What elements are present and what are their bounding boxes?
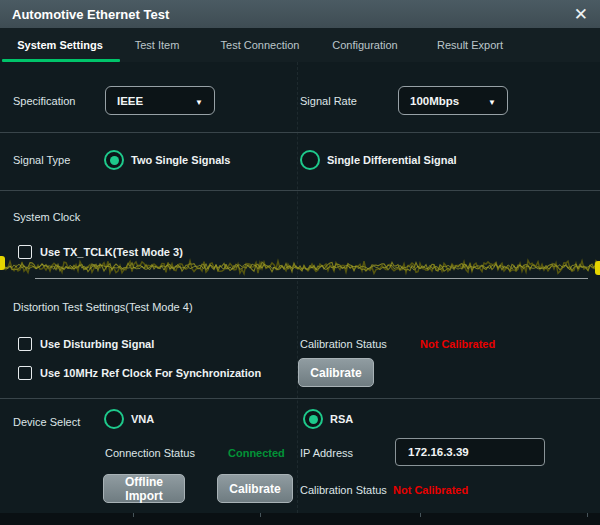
dialog-title: Automotive Ethernet Test [12, 7, 169, 22]
specification-label: Specification [13, 94, 75, 108]
system-clock-title: System Clock [13, 210, 80, 224]
tab-test-item[interactable]: Test Item [135, 28, 180, 62]
radio-single-differential-signal[interactable] [300, 150, 320, 170]
radio-rsa[interactable] [303, 409, 323, 429]
oscilloscope-waveform [0, 254, 600, 280]
section-divider [0, 132, 600, 133]
connection-status-value: Connected [228, 446, 285, 460]
section-divider [0, 398, 600, 399]
use-10mhz-ref-clock-label[interactable]: Use 10MHz Ref Clock For Synchronization [40, 366, 261, 380]
radio-two-single-signals-label[interactable]: Two Single Signals [131, 153, 230, 167]
use-disturbing-signal-label[interactable]: Use Disturbing Signal [40, 337, 154, 351]
tab-bar: System Settings Test Item Test Connectio… [0, 28, 600, 62]
radio-rsa-label[interactable]: RSA [330, 412, 353, 426]
waveform-baseline [35, 278, 588, 279]
connection-status-label: Connection Status [105, 446, 195, 460]
device-calibration-status-label: Calibration Status [300, 483, 387, 497]
use-10mhz-ref-clock-checkbox[interactable] [18, 366, 32, 380]
chevron-down-icon [195, 95, 203, 107]
distortion-title: Distortion Test Settings(Test Mode 4) [13, 300, 193, 314]
ip-address-input[interactable] [395, 438, 545, 466]
chevron-down-icon [488, 95, 496, 107]
active-tab-indicator [2, 59, 120, 62]
signal-rate-value: 100Mbps [410, 95, 459, 107]
specification-dropdown[interactable]: IEEE [105, 86, 215, 115]
distortion-calibration-status-label: Calibration Status [300, 337, 387, 351]
use-disturbing-signal-checkbox[interactable] [18, 337, 32, 351]
radio-two-single-signals[interactable] [104, 150, 124, 170]
tab-test-connection[interactable]: Test Connection [221, 28, 300, 62]
radio-vna-label[interactable]: VNA [131, 412, 154, 426]
signal-type-label: Signal Type [13, 153, 70, 167]
distortion-calibrate-button[interactable]: Calibrate [298, 358, 374, 387]
distortion-calibration-status-value: Not Calibrated [420, 337, 495, 351]
signal-rate-dropdown[interactable]: 100Mbps [398, 86, 508, 115]
title-bar: Automotive Ethernet Test ✕ [0, 0, 600, 28]
axis-tick [133, 513, 134, 517]
offline-import-button[interactable]: Offline Import [103, 474, 185, 503]
tab-system-settings[interactable]: System Settings [17, 28, 103, 62]
automotive-ethernet-test-dialog: Automotive Ethernet Test ✕ System Settin… [0, 0, 600, 525]
graticule-line [297, 62, 298, 513]
device-calibration-status-value: Not Calibrated [393, 483, 468, 497]
signal-rate-label: Signal Rate [300, 94, 357, 108]
axis-tick [420, 513, 421, 517]
channel-marker-left-icon [0, 256, 5, 270]
section-divider [0, 190, 600, 191]
radio-single-differential-signal-label[interactable]: Single Differential Signal [327, 153, 457, 167]
device-select-label: Device Select [13, 415, 80, 429]
specification-value: IEEE [117, 95, 143, 107]
radio-vna[interactable] [104, 409, 124, 429]
tab-configuration[interactable]: Configuration [332, 28, 397, 62]
axis-tick [587, 513, 588, 517]
axis-tick [260, 513, 261, 517]
close-icon[interactable]: ✕ [574, 6, 588, 23]
tab-result-export[interactable]: Result Export [437, 28, 503, 62]
channel-marker-right-icon [595, 261, 600, 275]
scope-screen-edge [0, 513, 600, 525]
ip-address-label: IP Address [300, 446, 353, 460]
device-calibrate-button[interactable]: Calibrate [217, 474, 293, 503]
